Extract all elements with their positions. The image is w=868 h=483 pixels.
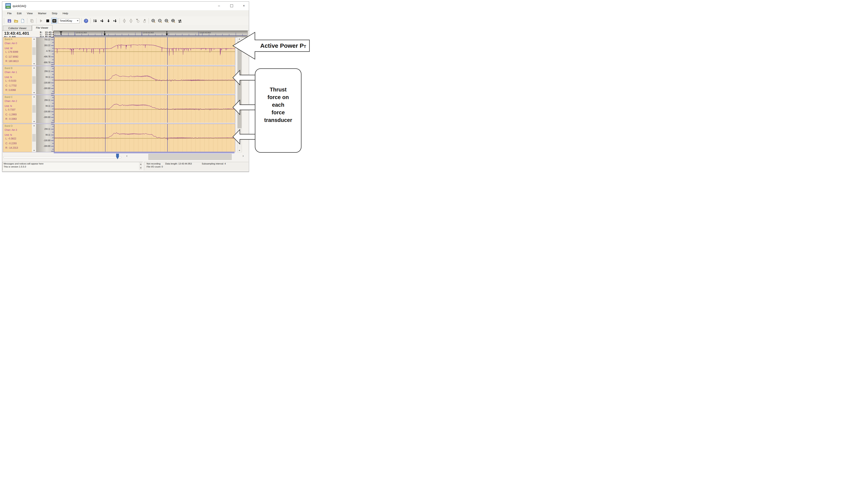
scroll-up-icon[interactable] xyxy=(238,37,241,40)
scroll-up-icon[interactable] xyxy=(32,37,36,40)
thrust-line: force xyxy=(255,109,301,116)
pan-swap-button[interactable] xyxy=(177,18,183,24)
menu-marker[interactable]: Marker xyxy=(36,10,49,17)
marker-next-button[interactable] xyxy=(105,18,111,24)
open-button[interactable] xyxy=(13,18,19,24)
stop-button[interactable] xyxy=(45,18,51,24)
scroll-up-icon[interactable] xyxy=(32,124,36,127)
scroll-thumb[interactable] xyxy=(32,47,36,55)
help-button[interactable]: ? xyxy=(83,18,89,24)
menu-strip[interactable]: Strip xyxy=(50,10,60,17)
scroll-down-icon[interactable] xyxy=(238,149,241,152)
band-c-info-panel: Band C Chan: Ain 2 Unit: N L: 0.7337 C: … xyxy=(3,95,32,123)
scroll-thumb[interactable] xyxy=(32,134,36,142)
zoom-extents-button[interactable] xyxy=(164,18,169,24)
minimize-button[interactable]: – xyxy=(214,2,224,9)
quickdaq-window: quick DAQ quickDAQ – × File Edit View Ma… xyxy=(2,1,249,172)
band-label: Band D xyxy=(5,125,12,127)
save-button[interactable] xyxy=(6,18,12,24)
scroll-thumb[interactable] xyxy=(32,105,36,113)
y-tick-label: 99.11 xyxy=(45,105,50,107)
right-cursor-line[interactable] xyxy=(167,124,168,152)
band-d-y-axis: 299.1199.11-100.89-300.89 xyxy=(36,124,54,152)
y-tick-label: 299.11 xyxy=(44,128,50,130)
left-cursor-line[interactable] xyxy=(105,124,105,152)
marker-prev-button[interactable] xyxy=(99,18,105,24)
band-a-plot[interactable] xyxy=(54,37,235,65)
recording-status: Not recording xyxy=(147,162,160,165)
band-d-scrollbar[interactable] xyxy=(32,124,36,152)
scroll-right-icon[interactable]: › xyxy=(243,154,244,158)
left-cursor-line[interactable] xyxy=(105,37,105,65)
time-axis-combobox[interactable]: TimeOfDay xyxy=(58,18,80,24)
position-track[interactable] xyxy=(3,156,121,158)
save-icon xyxy=(7,19,11,23)
band-unit: Unit: N xyxy=(5,133,12,137)
active-power-label: Active Power PT xyxy=(257,40,309,52)
tab-file-viewer[interactable]: File Viewer xyxy=(32,25,52,31)
band-b-waveform xyxy=(54,66,235,94)
combobox-dropdown-icon[interactable] xyxy=(76,19,79,23)
scroll-thumb[interactable] xyxy=(32,76,36,84)
tab-collector-viewer[interactable]: Collector Viewer xyxy=(3,26,32,31)
band-c-scrollbar[interactable] xyxy=(32,95,36,123)
zoom-in-button[interactable] xyxy=(150,18,156,24)
band-label: Band C xyxy=(5,96,12,98)
right-cursor-line[interactable] xyxy=(167,95,168,123)
y-tick-label: -100.89 xyxy=(43,82,50,84)
scroll-up-icon[interactable] xyxy=(32,66,36,69)
band-d-plot[interactable] xyxy=(54,124,235,152)
marker-first-button[interactable] xyxy=(92,18,98,24)
left-cursor-line[interactable] xyxy=(105,66,105,94)
toolbar-grip[interactable] xyxy=(4,18,5,24)
band-c-plot[interactable] xyxy=(54,95,235,123)
menu-edit[interactable]: Edit xyxy=(14,10,24,17)
menu-view[interactable]: View xyxy=(25,10,35,17)
scroll-up-icon[interactable] xyxy=(32,95,36,98)
maximize-button[interactable] xyxy=(227,2,236,9)
band-b-scrollbar[interactable] xyxy=(32,66,36,94)
scroll-down-icon[interactable] xyxy=(139,166,143,170)
band-channel: Chan: Ain 1 xyxy=(5,71,17,73)
menu-file[interactable]: File xyxy=(5,10,14,17)
marker-last-button[interactable] xyxy=(112,18,118,24)
scroll-up-icon[interactable] xyxy=(139,162,143,166)
title-bar: quick DAQ quickDAQ – × xyxy=(2,2,249,10)
right-cursor-line[interactable] xyxy=(167,37,168,65)
close-button[interactable]: × xyxy=(239,2,248,9)
scroll-down-icon[interactable] xyxy=(32,62,36,65)
y-tick-label: -100.89 xyxy=(43,140,50,142)
zoom-out-button[interactable] xyxy=(157,18,163,24)
new-file-button[interactable] xyxy=(20,18,26,24)
horizontal-scroll-thumb[interactable] xyxy=(148,154,231,160)
left-cursor-line[interactable] xyxy=(105,95,105,123)
zoom-horizontal-button[interactable] xyxy=(170,18,176,24)
marker-first-icon xyxy=(93,19,97,23)
band-b-plot[interactable] xyxy=(54,66,235,94)
toolbar: TimeOfDay ? xyxy=(2,17,249,25)
right-cursor-line[interactable] xyxy=(167,66,168,94)
position-marker[interactable] xyxy=(116,154,119,159)
y-tick-label: 393.22 xyxy=(44,44,50,47)
maximize-icon xyxy=(230,4,233,7)
band-a-scrollbar[interactable] xyxy=(32,37,36,65)
scroll-left-icon[interactable]: ‹ xyxy=(126,154,128,158)
band-a-y-axis: 793.22393.22-6.78-406.78-806.78 xyxy=(36,37,54,65)
play-icon xyxy=(39,19,43,23)
band-unit: Unit: W xyxy=(5,47,12,50)
message-scroll-buttons[interactable] xyxy=(139,162,143,170)
vertical-scroll-thumb[interactable] xyxy=(238,41,242,128)
scroll-down-icon[interactable] xyxy=(32,91,36,94)
band-c-waveform xyxy=(54,95,235,123)
scroll-down-icon[interactable] xyxy=(32,149,36,152)
band-center-value: C: -1.2993 xyxy=(5,113,17,116)
time-ruler[interactable]: 13:43:41.95313:43:42.95313:43:43.953 xyxy=(54,31,248,37)
toolbar-separator xyxy=(81,18,82,24)
copy-icon xyxy=(30,19,34,23)
scroll-down-icon[interactable] xyxy=(32,120,36,123)
message-panel: Messages and notices will appear here Th… xyxy=(2,162,143,170)
band-c-row: Band C Chan: Ain 2 Unit: N L: 0.7337 C: … xyxy=(3,95,235,123)
menu-help[interactable]: Help xyxy=(60,10,70,17)
strip-chart-toggle-button[interactable] xyxy=(51,18,57,24)
marker-next-icon xyxy=(106,19,111,23)
